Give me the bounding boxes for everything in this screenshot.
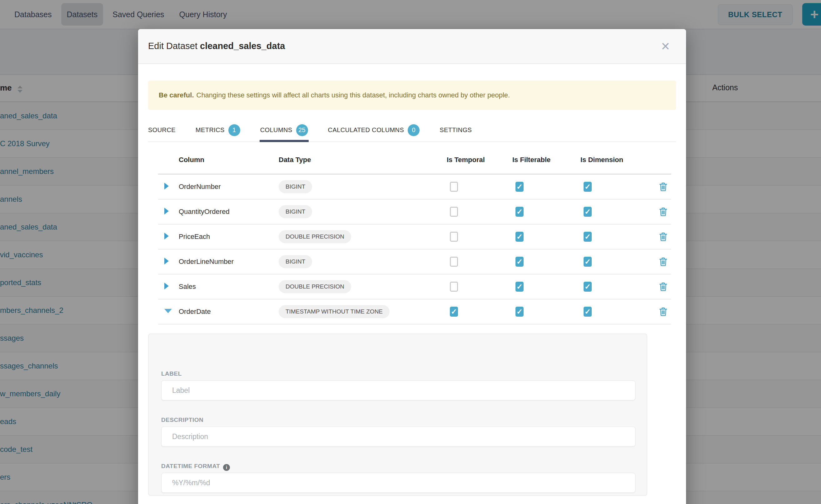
column-header-data-type: Data Type <box>279 156 447 164</box>
is-temporal-cell <box>447 307 512 317</box>
is-filterable-cell <box>512 257 581 267</box>
is-dimension-cell <box>581 282 655 292</box>
label-field-label: LABEL <box>161 370 182 377</box>
column-name: OrderNumber <box>179 183 279 191</box>
tab-count-badge: 0 <box>408 124 420 136</box>
checkbox-is-filterable[interactable] <box>516 282 524 292</box>
checkbox-is-filterable[interactable] <box>516 232 524 242</box>
warning-banner: Be careful. Changing these settings will… <box>148 81 676 110</box>
trash-icon <box>659 257 667 266</box>
tab-label: SETTINGS <box>440 126 472 134</box>
modal-title: Edit Dataset cleaned_sales_data <box>148 41 285 51</box>
trash-icon <box>659 282 667 291</box>
column-row: OrderDateTIMESTAMP WITHOUT TIME ZONE <box>158 299 671 324</box>
checkbox-is-dimension[interactable] <box>584 182 592 192</box>
expand-caret-icon[interactable] <box>164 283 169 289</box>
column-row: PriceEachDOUBLE PRECISION <box>158 225 671 250</box>
expand-caret-icon[interactable] <box>164 233 169 240</box>
column-name: QuantityOrdered <box>179 208 279 216</box>
is-dimension-cell <box>581 307 655 317</box>
data-type-pill: DOUBLE PRECISION <box>279 280 351 293</box>
caret-cell <box>158 208 179 216</box>
collapse-caret-icon[interactable] <box>164 309 172 313</box>
column-header-column: Column <box>179 156 279 164</box>
is-filterable-cell <box>512 282 581 292</box>
tab-calculated-columns[interactable]: CALCULATED COLUMNS0 <box>328 119 420 141</box>
checkbox-is-dimension[interactable] <box>584 207 592 217</box>
tab-source[interactable]: SOURCE <box>148 119 176 141</box>
warning-text: Changing these settings will affect all … <box>196 91 510 99</box>
caret-cell <box>158 283 179 291</box>
datetime-format-field-label: DATETIME FORMAT <box>161 463 230 471</box>
checkbox-is-dimension[interactable] <box>584 307 592 317</box>
info-icon[interactable] <box>223 464 230 471</box>
checkbox-is-temporal[interactable] <box>450 207 458 217</box>
is-filterable-cell <box>512 182 581 192</box>
column-row: OrderLineNumberBIGINT <box>158 250 671 274</box>
is-dimension-cell <box>581 257 655 267</box>
tab-metrics[interactable]: METRICS1 <box>195 119 240 141</box>
expand-caret-icon[interactable] <box>164 183 169 190</box>
checkbox-is-temporal[interactable] <box>450 282 458 292</box>
column-row: QuantityOrderedBIGINT <box>158 200 671 225</box>
data-type-cell: TIMESTAMP WITHOUT TIME ZONE <box>279 305 447 318</box>
columns-table: ColumnData TypeIs TemporalIs FilterableI… <box>158 141 671 324</box>
checkbox-is-temporal[interactable] <box>450 257 458 267</box>
tab-columns[interactable]: COLUMNS25 <box>260 119 308 141</box>
delete-column-button[interactable] <box>655 232 671 241</box>
tab-settings[interactable]: SETTINGS <box>440 119 472 141</box>
data-type-cell: BIGINT <box>279 205 447 218</box>
is-temporal-cell <box>447 232 512 242</box>
data-type-cell: DOUBLE PRECISION <box>279 230 447 243</box>
is-dimension-cell <box>581 232 655 242</box>
checkbox-is-temporal[interactable] <box>450 307 458 317</box>
checkbox-is-filterable[interactable] <box>516 182 524 192</box>
tab-label: SOURCE <box>148 126 176 134</box>
data-type-pill: TIMESTAMP WITHOUT TIME ZONE <box>279 305 389 318</box>
modal-tabs: SOURCEMETRICS1COLUMNS25CALCULATED COLUMN… <box>148 119 676 142</box>
delete-column-button[interactable] <box>655 307 671 316</box>
delete-column-button[interactable] <box>655 207 671 216</box>
is-temporal-cell <box>447 207 512 217</box>
column-name: OrderDate <box>179 308 279 316</box>
close-icon[interactable] <box>659 40 672 53</box>
expand-caret-icon[interactable] <box>164 208 169 215</box>
delete-column-button[interactable] <box>655 257 671 266</box>
delete-column-button[interactable] <box>655 182 671 191</box>
checkbox-is-filterable[interactable] <box>516 207 524 217</box>
checkbox-is-dimension[interactable] <box>584 232 592 242</box>
edit-dataset-modal: Edit Dataset cleaned_sales_data Be caref… <box>138 29 686 504</box>
tab-label: COLUMNS <box>260 126 292 134</box>
tab-count-badge: 25 <box>296 124 308 136</box>
data-type-pill: BIGINT <box>279 205 312 218</box>
expand-caret-icon[interactable] <box>164 258 169 264</box>
trash-icon <box>659 232 667 241</box>
checkbox-is-dimension[interactable] <box>584 282 592 292</box>
column-editor-panel: LABEL DESCRIPTION DATETIME FORMAT <box>148 334 647 496</box>
is-temporal-cell <box>447 182 512 192</box>
delete-column-button[interactable] <box>655 282 671 291</box>
description-input[interactable] <box>161 427 636 447</box>
checkbox-is-filterable[interactable] <box>516 257 524 267</box>
column-name: Sales <box>179 283 279 291</box>
tab-label: CALCULATED COLUMNS <box>328 126 404 134</box>
column-header-is-filterable: Is Filterable <box>512 156 581 164</box>
column-header-is-dimension: Is Dimension <box>581 156 655 164</box>
column-name: PriceEach <box>179 233 279 241</box>
tab-label: METRICS <box>195 126 225 134</box>
checkbox-is-temporal[interactable] <box>450 182 458 192</box>
page: DatabasesDatasetsSaved QueriesQuery Hist… <box>0 0 821 504</box>
data-type-pill: BIGINT <box>279 255 312 268</box>
data-type-cell: BIGINT <box>279 255 447 268</box>
datetime-format-input[interactable] <box>161 473 636 493</box>
is-filterable-cell <box>512 307 581 317</box>
checkbox-is-temporal[interactable] <box>450 232 458 242</box>
label-input[interactable] <box>161 380 636 400</box>
column-header-is-temporal: Is Temporal <box>447 156 512 164</box>
description-field-label: DESCRIPTION <box>161 417 203 423</box>
is-temporal-cell <box>447 282 512 292</box>
checkbox-is-dimension[interactable] <box>584 257 592 267</box>
columns-table-body: OrderNumberBIGINTQuantityOrderedBIGINTPr… <box>158 175 671 324</box>
checkbox-is-filterable[interactable] <box>516 307 524 317</box>
trash-icon <box>659 182 667 191</box>
